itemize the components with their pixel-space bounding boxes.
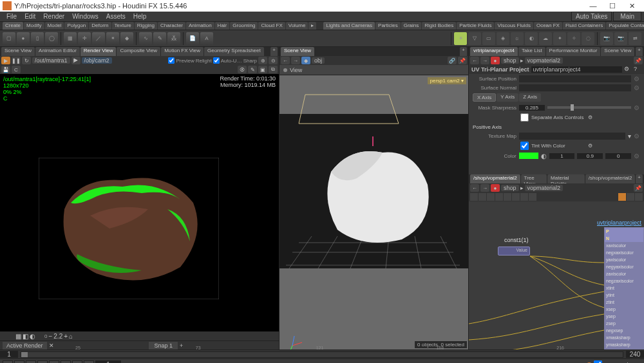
net-tool[interactable] [618, 193, 626, 201]
menu-edit[interactable]: Edit [21, 13, 39, 20]
tab-network[interactable]: /shop/vopmaterial2 [470, 174, 520, 183]
close-snapshot-icon[interactable]: ✕ [49, 342, 54, 349]
rop-path-chip[interactable]: /out/mantra1 [32, 57, 70, 64]
tab-matpalette[interactable]: Material Palette [547, 174, 585, 183]
color-b[interactable]: 0 [605, 153, 631, 159]
fwd-icon[interactable]: → [480, 184, 489, 192]
timeline-track[interactable]: 25 73 121 168 216 [21, 351, 623, 358]
zoom-out-icon[interactable]: − [48, 333, 52, 340]
shelf-tab[interactable]: Populate Containers [606, 22, 644, 30]
next-frame-button[interactable]: |▶ [61, 360, 71, 364]
shelf-tab[interactable]: Fluid Containers [563, 22, 605, 30]
shelf-tab[interactable]: Modify [24, 22, 44, 30]
material-chip[interactable]: vopmaterial2 [525, 185, 564, 191]
shelf-tab[interactable]: Cloud FX [258, 22, 285, 30]
pause-button[interactable]: ❚❚ [12, 57, 21, 64]
gear-icon[interactable]: ⚙ [634, 153, 640, 159]
shelf-tab[interactable]: Lights and Cameras [323, 22, 375, 30]
play-button[interactable]: ▶ [49, 360, 59, 364]
shop-icon[interactable]: ● [491, 184, 500, 192]
home-icon[interactable]: ⌂ [69, 333, 73, 340]
menu-file[interactable]: File [3, 13, 21, 20]
net-tool[interactable] [495, 193, 503, 201]
tint-checkbox[interactable] [520, 142, 529, 150]
tab-geo-spreadsheet[interactable]: Geometry Spreadsheet [204, 47, 264, 56]
region-icon[interactable]: ▣ [258, 66, 267, 73]
net-tool[interactable] [635, 193, 643, 201]
save-icon[interactable]: 💾 [1, 66, 10, 73]
sharp-inc[interactable]: ⊕ [258, 57, 267, 64]
tool-skylight[interactable]: ☁ [539, 32, 552, 45]
fit-icon[interactable]: ▦ [15, 333, 21, 340]
auto-update-checkbox[interactable] [594, 360, 602, 363]
pin-icon[interactable]: 📌 [634, 57, 643, 64]
menu-render[interactable]: Render [39, 13, 68, 20]
surface-norm-field[interactable] [519, 84, 631, 91]
color-r[interactable]: 1 [549, 153, 575, 159]
uvnode-label[interactable]: uvtriplanarproject [597, 219, 641, 226]
color-picker-icon[interactable]: ◐ [541, 153, 547, 160]
tool-file[interactable]: 📄 [186, 32, 199, 45]
shelf-tab[interactable]: Grooming [230, 22, 258, 30]
net-tool[interactable] [470, 193, 478, 201]
back-icon[interactable]: ← [281, 57, 290, 64]
crop-icon[interactable]: ⧉ [269, 66, 278, 73]
tool-tube[interactable]: ▯ [31, 32, 44, 45]
tab-zaxis[interactable]: Z Axis [519, 93, 541, 102]
gear-icon[interactable]: ⚙ [634, 84, 640, 91]
render-viewport[interactable]: /out/mantra1[raytrace]-17:25:41[1] 1280x… [0, 74, 279, 331]
add-tab-button[interactable]: + [636, 47, 643, 56]
shelf-tab[interactable]: Create [3, 22, 23, 30]
texmap-field[interactable] [519, 133, 625, 140]
shop-chip[interactable]: shop [501, 57, 519, 64]
shelf-tab[interactable]: Rigid Bodies [422, 22, 456, 30]
menu-windows[interactable]: Windows [68, 13, 102, 20]
active-render-tab[interactable]: Active Render [3, 342, 47, 349]
tool-vrcam[interactable]: 📷 [614, 32, 627, 45]
fwd-icon[interactable]: → [480, 57, 489, 64]
gear-icon[interactable]: ⚙ [634, 133, 640, 139]
shelf-tab[interactable]: Model [45, 22, 64, 30]
gear-icon[interactable]: ⚙ [588, 115, 592, 120]
net-tool[interactable] [627, 193, 634, 201]
tool-line[interactable]: ／ [92, 32, 105, 45]
tool-spotlight[interactable]: ▽ [468, 32, 481, 45]
tab-takes[interactable]: Take List [518, 47, 545, 56]
shelf-tab[interactable]: Polygon [64, 22, 88, 30]
tool-distant[interactable]: ☼ [511, 32, 524, 45]
network-editor[interactable]: const1(1) Value uvtriplanarproject P N x… [469, 201, 644, 349]
tool-null[interactable]: ✛ [78, 32, 91, 45]
help-icon[interactable]: ? [634, 66, 641, 73]
fwd-icon[interactable]: → [291, 57, 300, 64]
back-icon[interactable]: ← [470, 184, 479, 192]
gear-icon[interactable]: ⚙ [588, 143, 592, 149]
shelf-tab[interactable]: Hair [215, 22, 230, 30]
shelf-tab[interactable]: Texture [112, 22, 134, 30]
add-snap-icon[interactable]: + [180, 342, 183, 349]
color-swatch[interactable] [519, 153, 538, 159]
node-const[interactable]: Value [498, 247, 530, 256]
shelf-tab[interactable]: Deform [89, 22, 111, 30]
add-tab-button[interactable]: + [636, 174, 643, 183]
eyedrop-icon[interactable]: ✎ [248, 66, 257, 73]
gear-icon[interactable]: ⚙ [624, 66, 632, 73]
material-chip[interactable]: vopmaterial2 [525, 57, 564, 64]
pin-icon[interactable]: 📌 [634, 184, 643, 192]
play-back-button[interactable]: ◀ [37, 360, 48, 364]
refresh-button[interactable]: ↻ [22, 57, 31, 64]
tool-curve[interactable]: ∿ [139, 32, 152, 45]
obj-path-chip[interactable]: obj [312, 57, 325, 64]
tool-box[interactable]: ▢ [3, 32, 15, 45]
tab-yaxis[interactable]: Y Axis [497, 93, 518, 102]
scene-3d-viewport[interactable]: persp1 cam2 ▾ [279, 75, 468, 349]
record-icon[interactable] [283, 68, 287, 72]
tool-switcher[interactable]: ⇄ [629, 32, 641, 45]
net-tool[interactable] [512, 193, 520, 201]
shelf-tab[interactable]: Viscous Fluids [495, 22, 533, 30]
current-frame-field[interactable]: 1 [95, 360, 121, 363]
auto-update-toggle[interactable]: Auto Update ▾ [587, 360, 641, 363]
net-tool[interactable] [504, 193, 511, 201]
shelf-tab[interactable]: Particle Fluids [457, 22, 494, 30]
shelf-tab[interactable]: Particles [375, 22, 401, 30]
tab-render-view[interactable]: Render View [80, 47, 117, 56]
